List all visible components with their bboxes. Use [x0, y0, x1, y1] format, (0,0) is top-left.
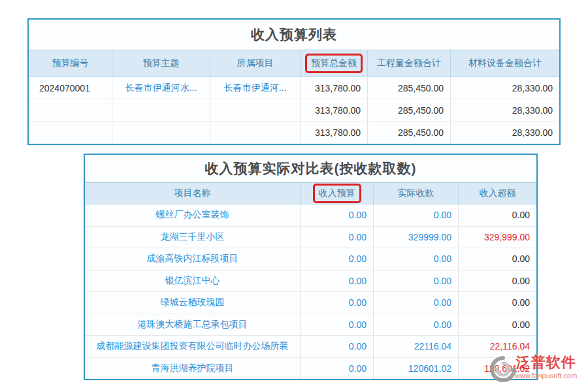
- income-budget-cell[interactable]: 0.00: [301, 314, 374, 336]
- table-row[interactable]: 青海洪湖养护院项目 0.00 120601.02 120,601.02: [85, 358, 536, 380]
- project-name-link[interactable]: 青海洪湖养护院项目: [85, 358, 301, 380]
- comparison-table-header-row: 项目名称 收入预算 实际收款 收入超额: [85, 182, 536, 204]
- income-excess-cell: 329,999.00: [459, 227, 536, 248]
- budget-number-cell: 2024070001: [29, 77, 112, 99]
- table-row[interactable]: 313,780.00 285,450.00 28,330.00: [29, 122, 559, 144]
- budget-number-cell: [29, 99, 112, 121]
- column-header-project: 所属项目: [210, 50, 301, 76]
- actual-received-cell[interactable]: 120601.02: [374, 358, 459, 380]
- table-row[interactable]: 成渝高铁内江标段项目 0.00 0.00 0.00: [85, 248, 536, 270]
- actual-received-cell[interactable]: 0.00: [374, 314, 459, 336]
- engineering-total-cell: 285,450.00: [368, 99, 451, 121]
- highlight-box-total-budget: 预算总金额: [305, 54, 363, 73]
- total-budget-cell: 313,780.00: [301, 77, 368, 99]
- income-budget-cell[interactable]: 0.00: [301, 204, 374, 226]
- column-header-actual-received: 实际收款: [374, 183, 459, 204]
- actual-received-cell[interactable]: 0.00: [374, 204, 459, 226]
- budget-subject-link[interactable]: 长春市伊通河水...: [112, 77, 210, 99]
- project-name-link[interactable]: 螺丝厂办公室装饰: [85, 204, 301, 226]
- actual-received-cell[interactable]: 0.00: [374, 292, 459, 314]
- income-excess-cell: 0.00: [459, 204, 536, 226]
- table-row[interactable]: 313,780.00 285,450.00 28,330.00: [29, 99, 559, 122]
- table-row[interactable]: 龙湖三千里小区 0.00 329999.00 329,999.00: [85, 227, 536, 249]
- total-budget-cell: 313,780.00: [301, 122, 368, 144]
- watermark-url: www.fanpusoft.com: [515, 372, 577, 380]
- column-header-total-budget: 预算总金额: [301, 50, 368, 76]
- income-budget-cell[interactable]: 0.00: [301, 248, 374, 270]
- table-row[interactable]: 螺丝厂办公室装饰 0.00 0.00 0.00: [85, 204, 536, 227]
- table-row[interactable]: 绿城云栖玫瑰园 0.00 0.00 0.00: [85, 292, 536, 314]
- actual-received-cell[interactable]: 22116.04: [374, 336, 459, 357]
- income-excess-cell: 0.00: [459, 314, 536, 336]
- project-name-link[interactable]: 银亿滨江中心: [85, 270, 301, 292]
- project-name-link[interactable]: 成渝高铁内江标段项目: [85, 248, 301, 270]
- highlight-box-income-budget: 收入预算: [313, 184, 361, 203]
- comparison-table-title: 收入预算实际对比表(按收款取数): [85, 155, 536, 182]
- table-row[interactable]: 2024070001 长春市伊通河水... 长春市伊通河... 313,780.…: [29, 77, 559, 99]
- budget-number-cell: [29, 122, 112, 144]
- fanpu-logo-icon: [489, 355, 517, 384]
- actual-received-cell[interactable]: 0.00: [374, 270, 459, 292]
- material-total-cell: 28,330.00: [451, 122, 559, 144]
- project-name-link[interactable]: 港珠澳大桥施工总承包项目: [85, 314, 301, 336]
- income-budget-table: 收入预算列表 预算编号 预算主题 所属项目 预算总金额 工程量金额合计 材料设备…: [27, 18, 561, 145]
- column-header-project-name: 项目名称: [85, 183, 301, 204]
- project-link[interactable]: 长春市伊通河...: [210, 77, 301, 99]
- engineering-total-cell: 285,450.00: [368, 77, 451, 99]
- income-excess-cell: 0.00: [459, 292, 536, 314]
- material-total-cell: 28,330.00: [451, 77, 559, 99]
- column-header-income-excess: 收入超额: [459, 183, 536, 204]
- watermark-text: 泛普软件 www.fanpusoft.com: [515, 353, 577, 380]
- column-header-material-equipment-total: 材料设备金额合计: [451, 50, 559, 76]
- engineering-total-cell: 285,450.00: [368, 122, 451, 144]
- column-header-budget-number: 预算编号: [29, 50, 112, 76]
- income-budget-cell[interactable]: 0.00: [301, 227, 374, 248]
- income-budget-cell[interactable]: 0.00: [301, 358, 374, 380]
- income-excess-cell: 0.00: [459, 248, 536, 270]
- actual-received-cell[interactable]: 0.00: [374, 248, 459, 270]
- budget-subject-cell: [112, 122, 210, 144]
- budget-table-header-row: 预算编号 预算主题 所属项目 预算总金额 工程量金额合计 材料设备金额合计: [29, 50, 559, 77]
- column-header-income-budget: 收入预算: [301, 183, 374, 204]
- income-budget-cell[interactable]: 0.00: [301, 292, 374, 314]
- table-row[interactable]: 银亿滨江中心 0.00 0.00 0.00: [85, 270, 536, 293]
- actual-received-cell[interactable]: 329999.00: [374, 227, 459, 248]
- project-name-link[interactable]: 龙湖三千里小区: [85, 227, 301, 248]
- project-name-link[interactable]: 绿城云栖玫瑰园: [85, 292, 301, 314]
- comparison-table-body: 螺丝厂办公室装饰 0.00 0.00 0.00 龙湖三千里小区 0.00 329…: [85, 204, 536, 379]
- watermark-brand: 泛普软件: [516, 353, 576, 372]
- total-budget-cell: 313,780.00: [301, 99, 368, 121]
- watermark: 泛普软件 www.fanpusoft.com: [489, 353, 577, 384]
- budget-table-title: 收入预算列表: [29, 20, 559, 50]
- income-budget-cell[interactable]: 0.00: [301, 270, 374, 292]
- project-cell: [210, 99, 301, 121]
- column-header-engineering-total: 工程量金额合计: [368, 50, 451, 76]
- project-name-link[interactable]: 成都能源建设集团投资有限公司临时办公场所装: [85, 336, 301, 357]
- budget-actual-comparison-table: 收入预算实际对比表(按收款取数) 项目名称 收入预算 实际收款 收入超额 螺丝厂…: [84, 154, 538, 380]
- budget-table-body: 2024070001 长春市伊通河水... 长春市伊通河... 313,780.…: [29, 77, 559, 144]
- column-header-budget-subject: 预算主题: [112, 50, 210, 76]
- material-total-cell: 28,330.00: [451, 99, 559, 121]
- table-row[interactable]: 港珠澳大桥施工总承包项目 0.00 0.00 0.00: [85, 314, 536, 336]
- income-excess-cell: 0.00: [459, 270, 536, 292]
- project-cell: [210, 122, 301, 144]
- table-row[interactable]: 成都能源建设集团投资有限公司临时办公场所装 0.00 22116.04 22,1…: [85, 336, 536, 358]
- income-budget-cell[interactable]: 0.00: [301, 336, 374, 357]
- budget-subject-cell: [112, 99, 210, 121]
